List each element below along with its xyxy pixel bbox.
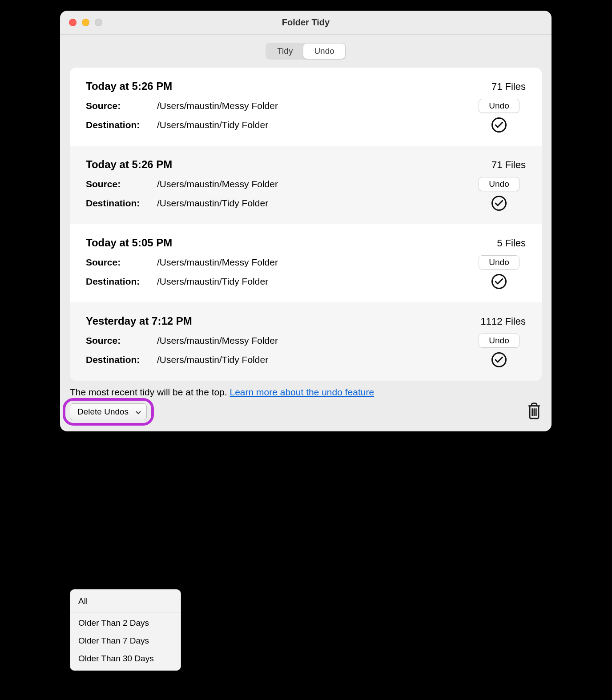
delete-undos-label: Delete Undos	[77, 407, 129, 416]
menu-item-older-7[interactable]: Older Than 7 Days	[70, 632, 181, 650]
destination-label: Destination:	[86, 276, 157, 287]
window-title: Folder Tidy	[60, 17, 552, 28]
chevron-down-icon	[136, 407, 141, 417]
menu-item-older-2[interactable]: Older Than 2 Days	[70, 614, 181, 632]
source-path: /Users/maustin/Messy Folder	[157, 179, 472, 189]
destination-path: /Users/maustin/Tidy Folder	[157, 276, 472, 287]
entry-time: Yesterday at 7:12 PM	[86, 315, 192, 327]
footer: The most recent tidy will be at the top.…	[60, 381, 552, 431]
list-item: Today at 5:26 PM 71 Files Source: /Users…	[70, 68, 542, 146]
entry-file-count: 71 Files	[491, 81, 526, 93]
checkmark-icon	[491, 352, 507, 367]
menu-item-all[interactable]: All	[70, 592, 181, 610]
menu-item-older-30[interactable]: Older Than 30 Days	[70, 650, 181, 668]
menu-separator	[70, 612, 181, 612]
destination-label: Destination:	[86, 354, 157, 365]
checkmark-icon	[491, 274, 507, 289]
segmented-control: Tidy Undo	[266, 43, 346, 60]
trash-icon	[527, 402, 542, 420]
undo-button[interactable]: Undo	[479, 334, 519, 348]
tab-bar: Tidy Undo	[70, 43, 542, 60]
destination-path: /Users/maustin/Tidy Folder	[157, 120, 472, 130]
entry-time: Today at 5:26 PM	[86, 80, 172, 93]
destination-path: /Users/maustin/Tidy Folder	[157, 354, 472, 365]
content: Tidy Undo Today at 5:26 PM 71 Files Sour…	[60, 35, 552, 381]
undo-button[interactable]: Undo	[479, 99, 519, 113]
destination-path: /Users/maustin/Tidy Folder	[157, 198, 472, 209]
tab-tidy[interactable]: Tidy	[266, 44, 303, 59]
checkmark-icon	[491, 117, 507, 133]
titlebar: Folder Tidy	[60, 11, 552, 35]
source-path: /Users/maustin/Messy Folder	[157, 257, 472, 268]
trash-button[interactable]	[527, 402, 542, 422]
list-item: Today at 5:26 PM 71 Files Source: /Users…	[70, 146, 542, 224]
footer-text: The most recent tidy will be at the top.	[70, 387, 230, 397]
entry-file-count: 1112 Files	[480, 316, 526, 327]
destination-label: Destination:	[86, 198, 157, 209]
entry-time: Today at 5:26 PM	[86, 158, 172, 171]
entry-file-count: 71 Files	[491, 159, 526, 171]
undo-button[interactable]: Undo	[479, 255, 519, 270]
entry-file-count: 5 Files	[497, 237, 526, 249]
undo-list: Today at 5:26 PM 71 Files Source: /Users…	[70, 68, 542, 381]
list-item: Today at 5:05 PM 5 Files Source: /Users/…	[70, 224, 542, 302]
source-label: Source:	[86, 101, 157, 111]
tab-undo[interactable]: Undo	[303, 44, 345, 59]
source-path: /Users/maustin/Messy Folder	[157, 101, 472, 111]
source-label: Source:	[86, 257, 157, 268]
checkmark-icon	[491, 196, 507, 211]
entry-time: Today at 5:05 PM	[86, 237, 172, 249]
source-label: Source:	[86, 179, 157, 189]
undo-button[interactable]: Undo	[479, 177, 519, 191]
delete-undos-select[interactable]: Delete Undos	[70, 403, 147, 420]
delete-undos-menu: All Older Than 2 Days Older Than 7 Days …	[70, 589, 181, 671]
app-window: Folder Tidy Tidy Undo Today at 5:26 PM 7…	[60, 11, 552, 431]
destination-label: Destination:	[86, 120, 157, 130]
source-path: /Users/maustin/Messy Folder	[157, 335, 472, 346]
learn-more-link[interactable]: Learn more about the undo feature	[230, 387, 374, 397]
source-label: Source:	[86, 335, 157, 346]
list-item: Yesterday at 7:12 PM 1112 Files Source: …	[70, 302, 542, 381]
delete-undos-wrap: Delete Undos	[70, 403, 147, 420]
